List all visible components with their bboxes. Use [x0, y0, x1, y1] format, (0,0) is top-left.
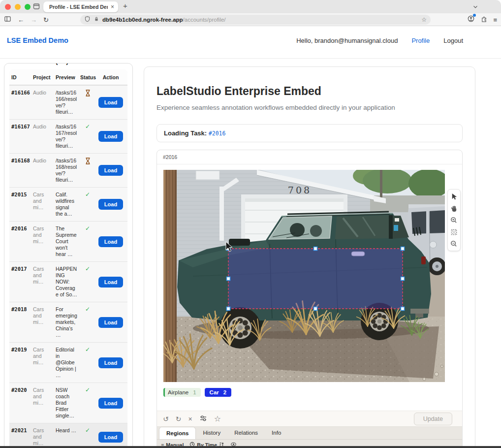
new-tab-button[interactable]: + [123, 1, 127, 10]
bookmark-star-icon[interactable]: ☆ [421, 16, 427, 23]
fit-to-screen-button[interactable] [449, 227, 459, 237]
firefox-view-icon[interactable] [32, 2, 40, 12]
account-icon[interactable] [467, 15, 475, 25]
col-action: Action [96, 69, 125, 85]
load-task-button[interactable]: Load [98, 277, 123, 288]
bbox-region-car[interactable] [228, 249, 403, 309]
tab-overflow-chevron-icon[interactable] [472, 3, 479, 12]
status-done-icon: ✓ [85, 225, 90, 232]
pan-tool-button[interactable] [449, 203, 459, 213]
canvas-toolbar [447, 189, 461, 251]
tab-info[interactable]: Info [265, 427, 288, 439]
load-task-button[interactable]: Load [98, 199, 123, 210]
account-notification-dot [473, 14, 476, 17]
task-id: #16167 [9, 120, 31, 153]
table-row: #16166 Audio /tasks/16166/resolve/?fileu… [9, 85, 127, 119]
browser-toolbar: ← → ↻ db9e4b1cb0ed.ngrok-free.app/accoun… [0, 13, 501, 26]
update-button[interactable]: Update [414, 413, 452, 425]
zoom-window-button[interactable] [25, 4, 31, 10]
load-task-button[interactable]: Load [98, 317, 123, 328]
task-id: #2021 [9, 423, 31, 448]
task-id: #16166 [9, 86, 31, 119]
undo-icon[interactable]: ↺ [163, 416, 169, 422]
load-task-button[interactable]: Load [98, 357, 123, 368]
zoom-out-button[interactable] [449, 239, 459, 249]
tab-history[interactable]: History [196, 427, 227, 439]
load-task-button[interactable]: Load [98, 97, 123, 108]
status-done-icon: ✓ [85, 346, 90, 353]
profile-link[interactable]: Profile [411, 37, 430, 44]
col-preview: Preview [54, 69, 78, 85]
load-task-button[interactable]: Load [98, 165, 123, 176]
table-row: #2018 Cars and mi… For emerging markets,… [9, 302, 127, 342]
status-pending-hourglass-icon [85, 92, 91, 97]
label-airplane[interactable]: Airplane 1 [163, 388, 201, 397]
redo-icon[interactable]: ↻ [176, 416, 182, 422]
close-window-button[interactable] [5, 4, 11, 10]
reload-button[interactable]: ↻ [43, 16, 49, 24]
site-brand[interactable]: LSE Embed Demo [7, 36, 68, 44]
task-preview: The Supreme Court won't hear … [54, 222, 78, 261]
task-project: Cars and mi… [31, 423, 54, 448]
task-image[interactable]: 708 [163, 170, 445, 382]
zoom-in-button[interactable] [449, 215, 459, 225]
label-picker: Airplane 1 Car 2 [163, 387, 462, 398]
load-task-button[interactable]: Load [98, 432, 123, 443]
ground-truth-star-icon[interactable]: ☆ [214, 415, 221, 423]
task-preview: Heard … [54, 423, 78, 448]
load-task-button[interactable]: Load [98, 236, 123, 247]
table-row: #2021 Cars and mi… Heard … ✓ Load [9, 423, 127, 448]
table-row: #2020 Cars and mi… NSW coach Brad Fittle… [9, 383, 127, 423]
details-tabs: Regions History Relations Info [157, 427, 462, 439]
task-preview: /tasks/16166/resolve/?fileuri… [54, 86, 78, 119]
forward-button[interactable]: → [31, 16, 37, 24]
lock-icon[interactable] [94, 15, 99, 24]
task-project: Audio [31, 86, 54, 119]
tab-relations[interactable]: Relations [227, 427, 265, 439]
minimize-window-button[interactable] [15, 4, 21, 10]
task-preview: Calif. wildfires signal the a… [54, 188, 78, 221]
select-tool-button[interactable] [449, 192, 459, 201]
task-preview: /tasks/16167/resolve/?fileuri… [54, 120, 78, 153]
status-done-icon: ✓ [85, 386, 90, 393]
header-divider [0, 58, 501, 59]
main-panel: LabelStudio Enterprise Embed Experience … [144, 66, 475, 448]
browser-tab[interactable]: Profile - LSE Embed Demo × [43, 1, 118, 12]
status-done-icon: ✓ [85, 427, 90, 434]
tab-regions[interactable]: Regions [159, 427, 196, 439]
user-greeting: Hello, brandon@humansignal.cloud [296, 37, 398, 44]
task-project: Audio [31, 120, 54, 153]
task-id: #16168 [9, 154, 31, 187]
page-subtitle: Experience seamless annotation workflows… [157, 103, 463, 112]
task-id: #2017 [9, 262, 31, 302]
back-button[interactable]: ← [18, 16, 24, 24]
annotation-actions-bar: ↺ ↻ × ☆ Update [157, 411, 462, 427]
window-bottom-edge [0, 446, 501, 448]
logout-link[interactable]: Logout [443, 37, 463, 44]
settings-sliders-icon[interactable] [199, 415, 207, 423]
menu-icon[interactable]: ≡ [493, 16, 497, 24]
task-table-header: ID Project Preview Status Action [9, 69, 127, 85]
address-bar[interactable]: db9e4b1cb0ed.ngrok-free.app/accounts/pro… [80, 15, 431, 25]
site-header: LSE Embed Demo Hello, brandon@humansigna… [7, 36, 463, 44]
window-controls[interactable] [5, 4, 31, 10]
loading-task-id: #2016 [209, 130, 226, 137]
status-done-icon: ✓ [85, 265, 90, 272]
task-list-panel: Select Task (30) ID Project Preview Stat… [4, 63, 133, 448]
task-preview: HAPPENING NOW: Coverage of So… [54, 262, 78, 302]
load-task-button[interactable]: Load [98, 398, 123, 409]
reset-icon[interactable]: × [188, 416, 192, 422]
label-car[interactable]: Car 2 [205, 388, 232, 397]
sidebar-toggle-icon[interactable] [4, 15, 11, 25]
table-row: #16168 Audio /tasks/16168/resolve/?fileu… [9, 153, 127, 187]
task-table: ID Project Preview Status Action #16166 … [9, 69, 127, 448]
extension-icon[interactable] [480, 15, 488, 25]
task-project: Audio [31, 154, 54, 187]
labelstudio-embed: #2016 [157, 150, 463, 448]
url-text: db9e4b1cb0ed.ngrok-free.app/accounts/pro… [102, 17, 418, 23]
load-task-button[interactable]: Load [98, 131, 123, 142]
tracking-shield-icon[interactable] [84, 15, 91, 24]
annotation-canvas[interactable]: 708 [163, 170, 445, 382]
tab-close-icon[interactable]: × [111, 3, 114, 10]
task-preview: Editorial in @Globe Opinion | … [54, 343, 78, 383]
